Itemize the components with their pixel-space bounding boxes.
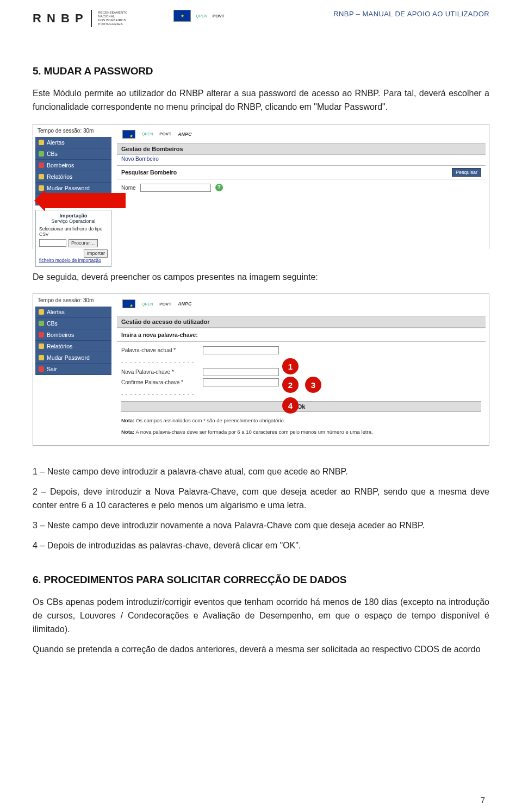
new-password-input[interactable] [203,368,279,376]
anpc-logo-icon: ANPC [178,301,192,307]
nome-input[interactable] [140,184,211,192]
nome-label: Nome [121,185,136,191]
logo-sub-3: DOS BOMBEIROS [98,18,128,22]
povt-logo-icon: POVT [159,132,171,136]
import-sub: Serviço Operacional [39,218,108,224]
mid-paragraph: De seguida, deverá preencher os campos p… [33,271,489,284]
povt-logo-icon: POVT [213,14,225,18]
doc-title: RNBP – MANUAL DE APOIO AO UTILIZADOR [333,10,489,18]
session-timer: Tempo de sessão: 30m [35,127,111,137]
sidebar: Tempo de sessão: 30m Alertas CBs Bombeir… [33,294,114,444]
content-area: QREN POVT ANPC Gestão de Bombeiros Novo … [114,124,489,269]
divider: - - - - - - - - - - - - - - - - - [121,391,279,397]
logo-text: R N B P [33,11,84,26]
logo-sub-2: NACIONAL [98,15,128,18]
report-icon [39,343,44,349]
menu-label: CBs [47,151,58,157]
section-5-intro: Este Módulo permite ao utilizador do RNB… [33,87,489,114]
import-hint: Seleccionar um ficheiro do tipo CSV [39,226,108,237]
import-button[interactable]: Importar [84,249,108,258]
menu-mudar-password[interactable]: Mudar Password [35,183,111,194]
menu-bombeiros[interactable]: Bombeiros [35,160,111,171]
rnbp-logo: R N B P RECENSEAMENTO NACIONAL DOS BOMBE… [33,10,128,27]
note-1-t: Os campos assinalados com * são de preen… [134,417,285,423]
highlight-arrow-icon [44,193,126,208]
menu-sair[interactable]: Sair [35,364,111,375]
menu-label: CBs [47,320,58,327]
content-logos: QREN POVT ANPC [117,297,486,313]
note-1-b: Nota: [121,417,134,423]
menu-mudar-password[interactable]: Mudar Password [35,352,111,364]
header-left: R N B P RECENSEAMENTO NACIONAL DOS BOMBE… [33,10,225,27]
import-title: Importação [39,213,108,218]
note-2-b: Nota: [121,429,134,435]
lbl-new-pw: Nova Palavra-chave * [121,369,203,375]
page-header: R N B P RECENSEAMENTO NACIONAL DOS BOMBE… [33,10,489,33]
session-timer: Tempo de sessão: 30m [35,296,111,307]
cb-icon [39,321,44,326]
note-1: Nota: Os campos assinalados com * são de… [121,417,481,423]
main-menu: Alertas CBs Bombeiros Relatórios Mudar P… [35,307,111,375]
exit-icon [39,366,44,372]
step-2: 2 – Depois, deve introduzir a Nova Palav… [33,485,489,513]
section-6-title: 6. PROCEDIMENTOS PARA SOLICITAR CORRECÇÃ… [33,574,489,586]
alert-icon [39,140,44,145]
menu-label: Relatórios [47,343,72,349]
logo-subtitle: RECENSEAMENTO NACIONAL DOS BOMBEIROS POR… [98,11,128,27]
povt-logo-icon: POVT [159,302,171,307]
menu-label: Mudar Password [47,354,90,361]
help-icon[interactable]: ? [215,184,223,191]
section-5-title: 5. MUDAR A PASSWORD [33,65,489,77]
menu-alertas[interactable]: Alertas [35,137,111,148]
menu-cbs[interactable]: CBs [35,148,111,160]
step-4: 4 – Depois de introduzidas as palavras-c… [33,539,489,553]
content-area: QREN POVT ANPC Gestão do acesso do utili… [114,294,489,444]
qren-logo-icon: QREN [142,302,153,306]
confirm-password-input[interactable] [203,378,279,386]
menu-bombeiros[interactable]: Bombeiros [35,329,111,341]
menu-label: Mudar Password [47,185,90,191]
lbl-current-pw: Palavra-chave actual * [121,347,203,353]
menu-relatorios[interactable]: Relatórios [35,171,111,183]
form-fields: Palavra-chave actual * - - - - - - - - -… [121,346,481,398]
note-2-t: A nova palavra-chave deve ser formada po… [134,429,372,435]
menu-relatorios[interactable]: Relatórios [35,341,111,352]
search-button[interactable]: Pesquisar [452,168,481,177]
menu-label: Alertas [47,139,65,146]
section-6-p1: Os CBs apenas podem introduzir/corrigir … [33,596,489,636]
search-label: Pesquisar Bombeiro [121,169,177,176]
ok-button[interactable]: Ok [121,401,481,412]
menu-cbs[interactable]: CBs [35,318,111,329]
menu-label: Alertas [47,309,65,315]
menu-label: Relatórios [47,173,72,180]
step-3: 3 – Neste campo deve introduzir novament… [33,519,489,533]
menu-label: Sair [47,366,57,372]
browse-button[interactable]: Procurar… [69,239,98,247]
novo-bombeiro-link[interactable]: Novo Bombeiro [121,156,159,162]
import-btn-row: Importar [39,249,108,258]
alert-icon [39,309,44,315]
step-1: 1 – Neste campo deve introduzir a palavr… [33,465,489,479]
bombeiro-icon [39,163,44,168]
divider: - - - - - - - - - - - - - - - - - [121,359,279,365]
import-panel: Importação Serviço Operacional Seleccion… [35,210,111,267]
import-file-input[interactable] [39,239,66,247]
qren-logo-icon: QREN [196,14,207,18]
lbl-confirm-pw: Confirme Palavra-chave * [121,379,203,385]
qren-logo-icon: QREN [142,132,153,136]
screenshot-2: Tempo de sessão: 30m Alertas CBs Bombeir… [33,293,489,446]
import-template-link[interactable]: ficheiro modelo de importação [39,258,101,263]
logo-sub-4: PORTUGUESES [98,22,128,26]
current-password-input[interactable] [203,346,279,354]
note-2: Nota: A nova palavra-chave deve ser form… [121,429,481,435]
key-icon [39,355,44,360]
sponsor-strip: QREN POVT [173,10,225,22]
screenshot-1: Tempo de sessão: 30m Alertas CBs Bombeir… [33,124,489,249]
import-file-row: Procurar… [39,239,108,247]
menu-label: Bombeiros [47,332,74,338]
content-logos: QREN POVT ANPC [117,128,486,143]
search-row: Pesquisar Bombeiro Pesquisar [117,165,486,179]
panel-title: Gestão de Bombeiros [117,143,486,155]
eu-flag-icon [122,130,135,139]
menu-alertas[interactable]: Alertas [35,307,111,318]
